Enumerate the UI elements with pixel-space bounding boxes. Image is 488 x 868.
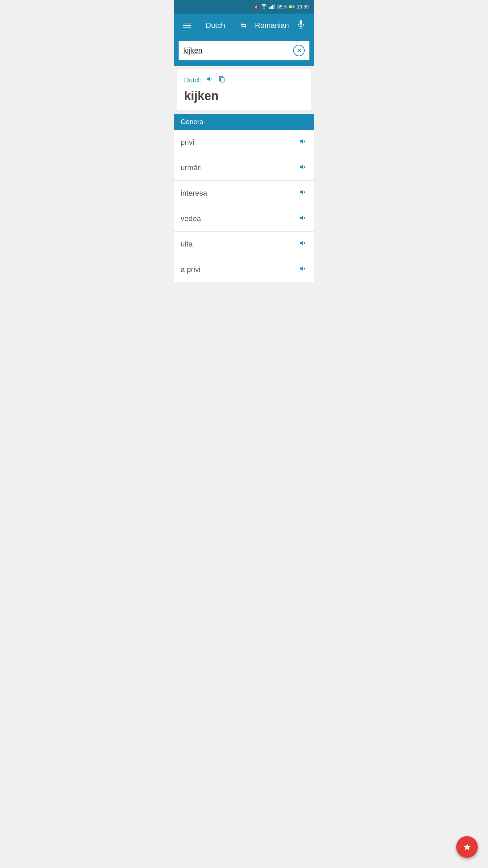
- signal-icon: [269, 4, 275, 10]
- translation-sound-button[interactable]: [299, 214, 307, 224]
- svg-rect-2: [272, 5, 273, 9]
- source-copy-button[interactable]: [219, 76, 225, 84]
- translation-word: interesa: [181, 189, 207, 198]
- translation-item: a privi: [174, 257, 314, 282]
- microphone-button[interactable]: [294, 17, 308, 34]
- mute-icon: 🔇: [253, 4, 259, 9]
- search-input-wrapper: ✕: [179, 41, 309, 60]
- source-card: Dutch kijken: [177, 69, 311, 111]
- translation-word: vedea: [181, 214, 201, 223]
- translation-word: a privi: [181, 265, 201, 274]
- translation-sound-button[interactable]: [299, 163, 307, 173]
- translation-sound-button[interactable]: [299, 188, 307, 198]
- svg-rect-7: [300, 20, 302, 24]
- clear-search-button[interactable]: ✕: [293, 45, 305, 56]
- translation-word: uita: [181, 240, 192, 249]
- search-input[interactable]: [183, 46, 293, 55]
- source-lang-label: Dutch: [184, 76, 202, 84]
- translation-item: vedea: [174, 206, 314, 232]
- hamburger-line-1: [183, 23, 191, 23]
- wifi-icon: [261, 4, 267, 10]
- battery-icon: [289, 4, 295, 10]
- source-language-label[interactable]: Dutch: [194, 21, 237, 30]
- time-text: 19:59: [297, 4, 309, 9]
- battery-text: 35%: [277, 4, 287, 9]
- translation-list: priviurmăriinteresavedeauitaa privi: [174, 130, 314, 282]
- svg-rect-3: [273, 4, 275, 8]
- toolbar: Dutch Romanian: [174, 14, 314, 37]
- translation-word: privi: [181, 138, 194, 147]
- section-header-general: General: [174, 114, 314, 130]
- source-card-header: Dutch: [184, 75, 304, 85]
- translation-sound-button[interactable]: [299, 264, 307, 275]
- section-header-label: General: [181, 118, 205, 125]
- translation-sound-button[interactable]: [299, 239, 307, 249]
- source-word: kijken: [184, 89, 304, 103]
- status-bar: 🔇 35% 19:59: [174, 0, 314, 14]
- menu-button[interactable]: [180, 20, 194, 31]
- status-icons: 🔇 35% 19:59: [253, 4, 309, 10]
- source-sound-button[interactable]: [206, 75, 214, 85]
- translation-item: privi: [174, 130, 314, 155]
- svg-rect-1: [271, 6, 272, 9]
- swap-languages-button[interactable]: [237, 19, 250, 32]
- svg-rect-6: [289, 5, 292, 7]
- svg-rect-5: [294, 6, 294, 7]
- translation-item: urmări: [174, 155, 314, 181]
- hamburger-line-3: [183, 27, 191, 28]
- translation-word: urmări: [181, 163, 202, 172]
- search-bar: ✕: [174, 37, 314, 66]
- translation-item: uita: [174, 232, 314, 257]
- hamburger-line-2: [183, 25, 191, 26]
- translation-sound-button[interactable]: [299, 137, 307, 147]
- target-language-label[interactable]: Romanian: [250, 21, 294, 30]
- translation-item: interesa: [174, 181, 314, 206]
- svg-rect-0: [269, 7, 270, 8]
